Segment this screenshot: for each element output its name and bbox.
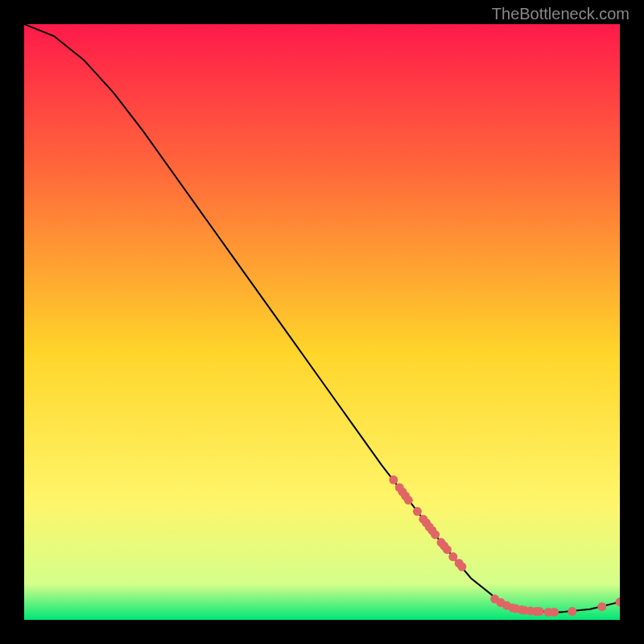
data-point bbox=[431, 530, 440, 539]
data-point bbox=[389, 476, 398, 485]
chart-background bbox=[24, 24, 620, 620]
data-point bbox=[550, 608, 559, 617]
chart-plot-area bbox=[24, 24, 620, 620]
data-point bbox=[413, 507, 422, 516]
data-point bbox=[568, 607, 576, 616]
watermark-text: TheBottleneck.com bbox=[492, 5, 630, 23]
data-point bbox=[535, 607, 544, 616]
data-point bbox=[404, 496, 413, 505]
data-point bbox=[443, 545, 452, 554]
chart-svg bbox=[24, 24, 620, 620]
data-point bbox=[457, 563, 466, 572]
data-point bbox=[448, 552, 457, 561]
data-point bbox=[597, 602, 606, 611]
